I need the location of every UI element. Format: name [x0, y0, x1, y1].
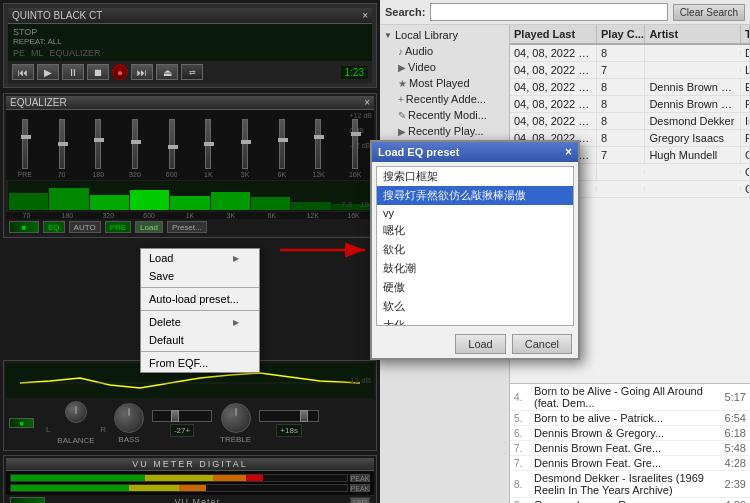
player-close-icon[interactable]: ×	[362, 10, 368, 21]
play-button[interactable]: ▶	[37, 64, 59, 80]
pause-button[interactable]: ⏸	[62, 64, 84, 80]
eq-load-button[interactable]: Load	[135, 221, 163, 233]
prev-button[interactable]: ⏮	[12, 64, 34, 80]
sidebar-item-most-played[interactable]: ★Most Played	[380, 75, 509, 91]
sidebar-item-audio[interactable]: ♪Audio	[380, 43, 509, 59]
cell-title-8: Cuss S...	[741, 181, 750, 197]
eq-close[interactable]: ×	[364, 97, 370, 108]
next-button[interactable]: ⏭	[131, 64, 153, 80]
cell-count-6: 7	[597, 147, 645, 163]
dialog-load-button[interactable]: Load	[455, 334, 505, 354]
slider-320hz[interactable]	[132, 119, 138, 169]
cell-title-6: Cant I...	[741, 147, 750, 163]
band-slider-3k: 3K	[228, 119, 262, 178]
list-item[interactable]: 4. Born to be Alive - Going All Around (…	[510, 384, 750, 411]
eq-eq-button[interactable]: EQ	[43, 221, 65, 233]
context-menu-load[interactable]: Load ▶	[141, 249, 259, 267]
freq-label-600: 600	[166, 171, 178, 178]
shuffle-button[interactable]: ⇄	[181, 64, 203, 80]
vu-power-button[interactable]	[10, 497, 45, 503]
search-input[interactable]	[430, 3, 667, 21]
context-menu-fromeqf[interactable]: From EQF...	[141, 354, 259, 372]
freq-power-button[interactable]: ■	[9, 418, 34, 428]
preamp-slider[interactable]	[22, 119, 28, 169]
dialog-list-item[interactable]: 搜尋灯弄然欲仿么敲揪棒湯傲	[377, 186, 573, 205]
sidebar-item-recently-added[interactable]: +Recently Adde...	[380, 91, 509, 107]
dialog-list-item[interactable]: 搜索口框架	[377, 167, 573, 186]
ml-label[interactable]: ML	[31, 48, 44, 58]
col-header-played-last[interactable]: Played Last	[510, 25, 597, 43]
slider-3khz[interactable]	[242, 119, 248, 169]
context-menu-sep3	[141, 351, 259, 352]
list-item[interactable]: 6. Dennis Brown & Gregory... 6:18	[510, 426, 750, 441]
dialog-list-item[interactable]: 硬傲	[377, 278, 573, 297]
freq-label-180: 180	[92, 171, 104, 178]
cell-count-8	[597, 187, 645, 191]
treble-slider[interactable]	[259, 410, 319, 422]
slider-6khz[interactable]	[279, 119, 285, 169]
dialog-list-item[interactable]: 软么	[377, 297, 573, 316]
eject-button[interactable]: ⏏	[156, 64, 178, 80]
context-menu-default[interactable]: Default	[141, 331, 259, 349]
eq-pre-button[interactable]: PRE	[105, 221, 131, 233]
sidebar-item-video[interactable]: ▶Video	[380, 59, 509, 75]
equalizer-label[interactable]: EQUALIZER	[50, 48, 101, 58]
balance-knob[interactable]	[65, 401, 87, 423]
dialog-list-item[interactable]: 嗯化	[377, 221, 573, 240]
track-duration-6a: 6:18	[711, 427, 746, 439]
list-item[interactable]: 9. Gregory Isaacs - Rumours 4:20	[510, 498, 750, 503]
context-menu-delete[interactable]: Delete ▶	[141, 313, 259, 331]
bass-knob[interactable]	[114, 403, 144, 433]
table-row[interactable]: 04, 08, 2022 2... 8 Dennis Brown Fe... R…	[510, 96, 750, 113]
eq-power-button[interactable]: ■	[9, 221, 39, 233]
track-num-7a: 7.	[514, 443, 534, 454]
list-item[interactable]: 7. Dennis Brown Feat. Gre... 4:28	[510, 456, 750, 471]
track-num-4: 4.	[514, 392, 534, 403]
dialog-list-item[interactable]: vy	[377, 205, 573, 221]
local-library-label: Local Library	[395, 29, 458, 41]
dialog-cancel-button[interactable]: Cancel	[512, 334, 572, 354]
sidebar-section-local-library[interactable]: ▼ Local Library	[380, 27, 509, 43]
slider-600hz[interactable]	[169, 119, 175, 169]
cell-title-4: Israeli...	[741, 113, 750, 129]
slider-1khz[interactable]	[205, 119, 211, 169]
bass-slider[interactable]	[152, 410, 212, 422]
table-row[interactable]: 04, 08, 2022 2... 8 Dennis Brown &... Ea…	[510, 79, 750, 96]
slider-12khz[interactable]	[315, 119, 321, 169]
slider-70hz[interactable]	[59, 119, 65, 169]
band-slider-6k: 6K	[265, 119, 299, 178]
dialog-list[interactable]: 搜索口框架 搜尋灯弄然欲仿么敲揪棒湯傲 vy 嗯化 欲化 鼓化潮 硬傲 软么 大…	[376, 166, 574, 326]
context-fromeqf-label: From EQF...	[149, 357, 208, 369]
table-row[interactable]: 04, 08, 2022 2... 8 Do You...	[510, 45, 750, 62]
dialog-list-item[interactable]: 大化	[377, 316, 573, 326]
clear-search-button[interactable]: Clear Search	[673, 4, 745, 21]
dialog-list-item[interactable]: 欲化	[377, 240, 573, 259]
cell-played-1: 04, 08, 2022 2...	[510, 62, 597, 78]
vu-peak-l: PEAK	[350, 474, 370, 482]
context-menu: Load ▶ Save Auto-load preset... Delete ▶…	[140, 248, 260, 373]
table-row[interactable]: 04, 08, 2022 2... 8 Desmond Dekker Israe…	[510, 113, 750, 130]
sidebar-item-recently-modified[interactable]: ✎Recently Modi...	[380, 107, 509, 123]
slider-16khz[interactable]	[352, 119, 358, 169]
slider-180hz[interactable]	[95, 119, 101, 169]
context-menu-save[interactable]: Save	[141, 267, 259, 285]
eq-preset-button[interactable]: Preset...	[167, 221, 207, 233]
col-header-play-count[interactable]: Play C...	[597, 25, 645, 43]
sidebar-item-recently-played[interactable]: ▶Recently Play...	[380, 123, 509, 139]
context-menu-autoload[interactable]: Auto-load preset...	[141, 290, 259, 308]
pe-label[interactable]: PE	[13, 48, 25, 58]
col-header-artist[interactable]: Artist	[645, 25, 741, 43]
dialog-list-item[interactable]: 鼓化潮	[377, 259, 573, 278]
dialog-close-button[interactable]: ×	[565, 145, 572, 159]
record-button[interactable]: ●	[112, 64, 128, 80]
col-header-title[interactable]: Title	[741, 25, 750, 43]
stop-button[interactable]: ⏹	[87, 64, 109, 80]
list-item[interactable]: 8. Desmond Dekker - Israelites (1969 Ree…	[510, 471, 750, 498]
list-item[interactable]: 7. Dennis Brown Feat. Gre... 5:48	[510, 441, 750, 456]
list-item[interactable]: 5. Born to be alive - Patrick... 6:54	[510, 411, 750, 426]
load-eq-dialog: Load EQ preset × 搜索口框架 搜尋灯弄然欲仿么敲揪棒湯傲 vy …	[370, 140, 580, 360]
eq-auto-button[interactable]: AUTO	[69, 221, 101, 233]
track-name-8: Desmond Dekker - Israelites (1969 Reelin…	[534, 472, 711, 496]
table-row[interactable]: 04, 08, 2022 2... 7 Let Me...	[510, 62, 750, 79]
treble-knob[interactable]	[221, 403, 251, 433]
